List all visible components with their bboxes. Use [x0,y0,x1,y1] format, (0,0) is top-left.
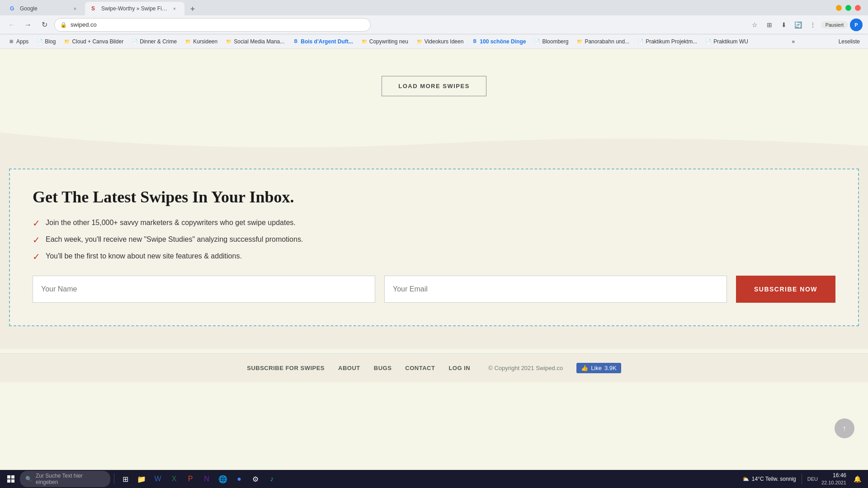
bookmark-cloud[interactable]: 📁 Cloud + Canva Bilder [60,37,127,46]
forward-icon: → [24,21,32,29]
taskbar-start-button[interactable] [4,472,18,486]
browser-toolbar: ← → ↻ 🔒 swiped.co ☆ ⊞ ⬇ 🔄 ⋮ Pausiert P [0,15,868,34]
reload-icon: ↻ [42,20,47,29]
newsletter-section: Get The Latest Swipes In Your Inbox. ✓ J… [0,155,868,335]
bookmark-cloud-label: Cloud + Canva Bilder [72,38,123,45]
taskbar-search[interactable]: 🔍 Zur Suche Text hier eingeben [20,471,110,487]
name-input[interactable] [33,276,375,303]
bookmark-apps[interactable]: ⊞ Apps [5,37,32,46]
taskbar-music-icon[interactable]: ♪ [264,472,279,486]
taskbar-edge-icon[interactable]: 🌐 [216,472,230,486]
bookmark-bloomberg[interactable]: 📄 Bloomberg [530,37,572,46]
benefit-item-3: ✓ You'll be the first to know about new … [33,251,835,262]
address-bar[interactable]: 🔒 swiped.co [54,18,371,32]
check-icon-3: ✓ [33,251,40,262]
taskbar-tray: ⛅ 14°C Teilw. sonnig DEU 16:46 22.10.202… [742,472,864,486]
taskbar-search-placeholder: Zur Suche Text hier eingeben [36,473,105,485]
tab-swiped[interactable]: S Swipe-Worthy » Swipe File Archi... × [85,2,184,15]
tab-close-swiped[interactable]: × [171,5,178,12]
bookmark-dinner-label: Dinner & Crime [140,38,177,45]
bookmark-videokurs[interactable]: 📁 Videokurs Ideen [413,37,467,46]
window-close[interactable] [855,5,861,11]
fb-thumb-icon: 👍 [581,365,588,371]
bookmark-dinner[interactable]: 📄 Dinner & Crime [128,37,180,46]
scroll-top-button[interactable]: ↑ [835,418,854,438]
bookmark-social[interactable]: 📁 Social Media Mana... [222,37,288,46]
check-icon-1: ✓ [33,218,40,229]
bookmark-social-icon: 📁 [226,38,232,45]
tab-close-google[interactable]: × [71,5,79,12]
bookmark-panorama[interactable]: 📁 Panorabahn und... [573,37,633,46]
window-minimize[interactable] [836,5,842,11]
bookmarks-bar: ⊞ Apps 📄 Blog 📁 Cloud + Canva Bilder 📄 D… [0,34,868,49]
taskbar-view-icon[interactable]: ⊞ [118,472,132,486]
footer-link-about[interactable]: ABOUT [338,365,360,371]
subscribe-button[interactable]: SUBSCRIBE NOW [736,276,835,303]
bookmark-bloomberg-label: Bloomberg [542,38,568,45]
forward-button[interactable]: → [22,19,34,31]
bookmark-kursideen[interactable]: 📁 Kursideen [181,37,221,46]
notification-icon[interactable]: 🔔 [850,472,864,486]
bookmark-copywriting[interactable]: 📁 Copywriting neu [358,37,412,46]
bookmark-100[interactable]: B 100 schöne Dinge [468,37,529,46]
taskbar-clock: 16:46 22.10.2021 [821,472,846,486]
bookmark-praktikum-label: Praktikum Projektm... [646,38,697,45]
taskbar-powerpoint-icon[interactable]: P [183,472,198,486]
bookmarks-more-button[interactable]: » [788,37,798,46]
taskbar-time-display: 16:46 [821,472,846,479]
bookmark-bloomberg-icon: 📄 [534,38,540,45]
bookmark-kursideen-label: Kursideen [193,38,217,45]
taskbar-excel-icon[interactable]: X [167,472,181,486]
footer-link-bugs[interactable]: BUGS [374,365,392,371]
subscription-form: SUBSCRIBE NOW [33,276,835,303]
taskbar-onenote-icon[interactable]: N [199,472,214,486]
reading-list-button[interactable]: Leseliste [835,37,863,46]
taskbar-explorer-icon[interactable]: 📁 [134,472,149,486]
bookmark-praktikum-icon: 📄 [637,38,644,45]
downloads-icon[interactable]: ⬇ [778,19,790,31]
footer-link-subscribe[interactable]: SUBSCRIBE FOR SWIPES [247,365,325,371]
page-content: LOAD MORE SWIPES Get The Latest Swipes I… [0,49,868,474]
bookmark-star-icon[interactable]: ☆ [749,19,761,31]
load-more-button[interactable]: LOAD MORE SWIPES [382,76,486,96]
top-section: LOAD MORE SWIPES [0,49,868,132]
browser-titlebar: G Google × S Swipe-Worthy » Swipe File A… [0,0,868,15]
taskbar-word-icon[interactable]: W [151,472,165,486]
reload-button[interactable]: ↻ [38,19,51,31]
bookmark-blog-label: Blog [45,38,56,45]
bookmark-100-label: 100 schöne Dinge [480,38,526,45]
scroll-up-icon: ↑ [843,424,847,433]
email-input[interactable] [384,276,727,303]
profile-button[interactable]: P [850,19,863,31]
bookmark-100-icon: B [472,38,478,45]
window-maximize[interactable] [845,5,851,11]
footer-divider [0,335,868,349]
footer-link-login[interactable]: LOG IN [448,365,470,371]
paused-pill[interactable]: Pausiert [821,21,848,28]
newsletter-box: Get The Latest Swipes In Your Inbox. ✓ J… [9,169,859,326]
back-button[interactable]: ← [5,19,18,31]
taskbar-chrome-icon[interactable]: ● [232,472,246,486]
new-tab-button[interactable]: + [186,3,199,15]
bookmark-bois[interactable]: B Bois d'Argent Duft... [289,37,357,46]
sync-icon[interactable]: 🔄 [792,19,805,31]
settings-icon[interactable]: ⋮ [807,19,819,31]
bookmark-social-label: Social Media Mana... [234,38,284,45]
tab-title-swiped: Swipe-Worthy » Swipe File Archi... [101,5,167,12]
fb-like-button[interactable]: 👍 Like 3.9K [576,363,621,373]
bookmark-praktikum[interactable]: 📄 Praktikum Projektm... [634,37,701,46]
bookmark-blog[interactable]: 📄 Blog [33,37,59,46]
bookmark-videokurs-label: Videokurs Ideen [425,38,464,45]
taskbar-settings-icon[interactable]: ⚙ [248,472,263,486]
benefit-text-2: Each week, you'll receive new "Swipe Stu… [46,234,303,245]
tab-google[interactable]: G Google × [4,2,85,15]
extensions-icon[interactable]: ⊞ [763,19,776,31]
taskbar-date-display: 22.10.2021 [821,479,846,486]
svg-rect-0 [7,475,10,479]
benefit-item-1: ✓ Join the other 15,000+ savvy marketers… [33,217,835,229]
bookmark-bois-label: Bois d'Argent Duft... [301,38,353,45]
browser-chrome: G Google × S Swipe-Worthy » Swipe File A… [0,0,868,49]
footer-link-contact[interactable]: CONTACT [405,365,435,371]
bookmark-praktikum2[interactable]: 📄 Praktikum WU [702,37,752,46]
bookmark-kursideen-icon: 📁 [185,38,191,45]
